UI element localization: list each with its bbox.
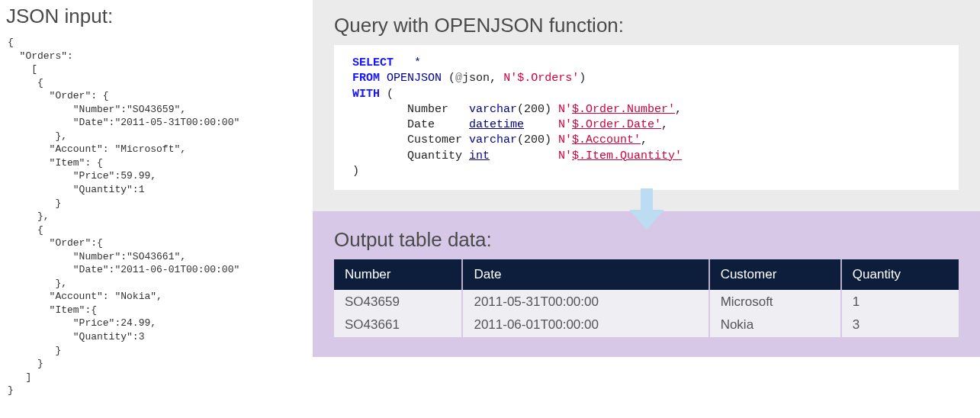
sql-code-block: SELECT * FROM OPENJSON (@json, N'$.Order… [334, 45, 959, 190]
output-panel: Output table data: Number Date Customer … [313, 211, 980, 357]
col-quantity: Quantity [841, 259, 959, 290]
col-customer: Customer [709, 259, 841, 290]
table-row: SO43661 2011-06-01T00:00:00 Nokia 3 [334, 314, 959, 337]
query-title: Query with OPENJSON function: [334, 14, 959, 37]
json-input-code: { "Orders": [ { "Order": { "Number":"SO4… [6, 36, 307, 397]
arrow-down-icon [629, 188, 664, 233]
json-input-panel: JSON input: { "Orders": [ { "Order": { "… [0, 0, 313, 418]
output-table: Number Date Customer Quantity SO43659 20… [334, 259, 959, 337]
query-panel: Query with OPENJSON function: SELECT * F… [313, 0, 980, 211]
table-row: SO43659 2011-05-31T00:00:00 Microsoft 1 [334, 290, 959, 314]
right-panel: Query with OPENJSON function: SELECT * F… [313, 0, 980, 418]
col-date: Date [462, 259, 708, 290]
json-input-title: JSON input: [6, 5, 307, 28]
col-number: Number [334, 259, 462, 290]
